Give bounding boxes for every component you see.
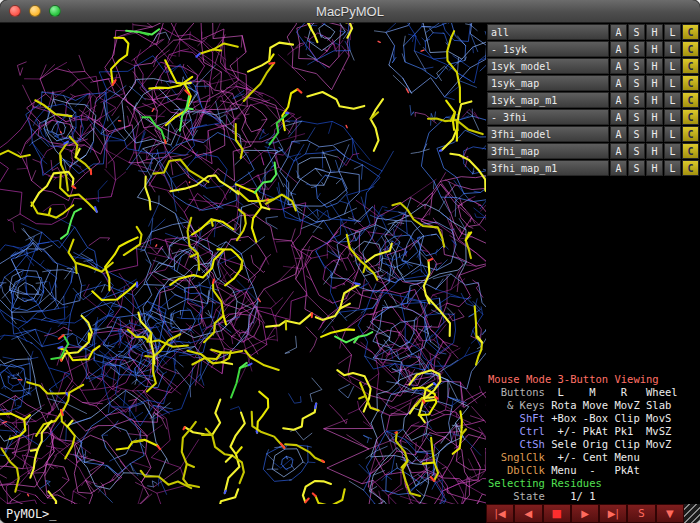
rewind-start-button[interactable]: |◀ xyxy=(486,504,514,523)
object-action-c-button[interactable]: C xyxy=(682,41,699,57)
object-action-l-button[interactable]: L xyxy=(664,58,681,74)
object-action-a-button[interactable]: A xyxy=(610,92,627,108)
object-name-button[interactable]: 3fhi_model xyxy=(487,126,609,142)
object-row: 1syk_map_m1ASHLC xyxy=(487,92,699,108)
object-action-s-button[interactable]: S xyxy=(628,58,645,74)
object-action-l-button[interactable]: L xyxy=(664,41,681,57)
play-button[interactable]: ▶ xyxy=(571,504,599,523)
object-action-l-button[interactable]: L xyxy=(664,109,681,125)
macpymol-window: MacPyMOL PyMOL>_ allASHLC- 1sykASHLC1syk… xyxy=(0,0,700,523)
object-name-button[interactable]: - 1syk xyxy=(487,41,609,57)
command-line-input[interactable]: PyMOL>_ xyxy=(0,504,486,523)
object-action-h-button[interactable]: H xyxy=(646,160,663,176)
object-row: allASHLC xyxy=(487,24,699,40)
screen: MacPyMOL PyMOL>_ allASHLC- 1sykASHLC1syk… xyxy=(0,0,700,523)
object-action-h-button[interactable]: H xyxy=(646,126,663,142)
object-action-s-button[interactable]: S xyxy=(628,160,645,176)
object-action-c-button[interactable]: C xyxy=(682,58,699,74)
scene-button[interactable]: S xyxy=(627,504,655,523)
object-action-c-button[interactable]: C xyxy=(682,75,699,91)
object-action-h-button[interactable]: H xyxy=(646,58,663,74)
object-name-button[interactable]: 1syk_map xyxy=(487,75,609,91)
mouse-panel-line: SnglClk +/- Cent Menu xyxy=(488,451,698,464)
content: PyMOL>_ allASHLC- 1sykASHLC1syk_modelASH… xyxy=(0,23,700,523)
object-action-l-button[interactable]: L xyxy=(664,92,681,108)
object-action-a-button[interactable]: A xyxy=(610,58,627,74)
object-action-s-button[interactable]: S xyxy=(628,92,645,108)
right-panel: allASHLC- 1sykASHLC1syk_modelASHLC1syk_m… xyxy=(486,23,700,523)
object-action-c-button[interactable]: C xyxy=(682,24,699,40)
object-name-button[interactable]: all xyxy=(487,24,609,40)
object-action-a-button[interactable]: A xyxy=(610,126,627,142)
object-action-l-button[interactable]: L xyxy=(664,24,681,40)
object-action-h-button[interactable]: H xyxy=(646,41,663,57)
mouse-panel-line: Ctrl +/- PkAt Pk1 MvSZ xyxy=(488,425,698,438)
object-row: 1syk_mapASHLC xyxy=(487,75,699,91)
object-name-button[interactable]: 3fhi_map xyxy=(487,143,609,159)
mouse-panel-line: DblClk Menu - PkAt xyxy=(488,464,698,477)
object-action-s-button[interactable]: S xyxy=(628,75,645,91)
object-row: - 1sykASHLC xyxy=(487,41,699,57)
object-action-s-button[interactable]: S xyxy=(628,143,645,159)
mouse-panel-line: Selecting Residues xyxy=(488,477,698,490)
object-action-l-button[interactable]: L xyxy=(664,75,681,91)
object-action-h-button[interactable]: H xyxy=(646,143,663,159)
object-action-a-button[interactable]: A xyxy=(610,109,627,125)
stop-button[interactable]: ■ xyxy=(543,504,571,523)
object-action-s-button[interactable]: S xyxy=(628,24,645,40)
resize-grip[interactable] xyxy=(684,504,700,523)
object-action-a-button[interactable]: A xyxy=(610,24,627,40)
mouse-panel-line: CtSh Sele Orig Clip MovZ xyxy=(488,438,698,451)
density-mesh-rendering xyxy=(0,23,486,504)
fast-forward-end-button[interactable]: ▶| xyxy=(599,504,627,523)
object-action-a-button[interactable]: A xyxy=(610,75,627,91)
object-row: 1syk_modelASHLC xyxy=(487,58,699,74)
object-action-a-button[interactable]: A xyxy=(610,160,627,176)
object-panel-rows: allASHLC- 1sykASHLC1syk_modelASHLC1syk_m… xyxy=(486,23,700,177)
mouse-panel-line: Mouse Mode 3-Button Viewing xyxy=(488,373,698,386)
object-name-button[interactable]: 1syk_model xyxy=(487,58,609,74)
object-action-h-button[interactable]: H xyxy=(646,92,663,108)
object-action-h-button[interactable]: H xyxy=(646,109,663,125)
menu-dropdown-button[interactable]: ▼ xyxy=(656,504,684,523)
object-action-c-button[interactable]: C xyxy=(682,143,699,159)
mouse-panel: Mouse Mode 3-Button Viewing Buttons L M … xyxy=(486,371,700,504)
molecular-viewport[interactable] xyxy=(0,23,486,504)
object-name-button[interactable]: - 3fhi xyxy=(487,109,609,125)
object-row: 3fhi_mapASHLC xyxy=(487,143,699,159)
mouse-panel-line: State 1/ 1 xyxy=(488,490,698,503)
object-action-c-button[interactable]: C xyxy=(682,92,699,108)
object-name-button[interactable]: 3fhi_map_m1 xyxy=(487,160,609,176)
movie-controls: |◀◀■▶▶|S▼ xyxy=(486,504,700,523)
object-action-l-button[interactable]: L xyxy=(664,126,681,142)
object-action-a-button[interactable]: A xyxy=(610,41,627,57)
object-row: 3fhi_map_m1ASHLC xyxy=(487,160,699,176)
object-action-a-button[interactable]: A xyxy=(610,143,627,159)
object-action-h-button[interactable]: H xyxy=(646,24,663,40)
panel-spacer xyxy=(486,177,700,371)
object-action-c-button[interactable]: C xyxy=(682,126,699,142)
step-back-button[interactable]: ◀ xyxy=(514,504,542,523)
object-action-c-button[interactable]: C xyxy=(682,109,699,125)
object-action-h-button[interactable]: H xyxy=(646,75,663,91)
left-column: PyMOL>_ xyxy=(0,23,486,523)
object-action-l-button[interactable]: L xyxy=(664,160,681,176)
mouse-panel-line: Buttons L M R Wheel xyxy=(488,386,698,399)
window-title: MacPyMOL xyxy=(0,0,700,22)
object-action-s-button[interactable]: S xyxy=(628,109,645,125)
mouse-panel-line: & Keys Rota Move MovZ Slab xyxy=(488,399,698,412)
object-row: - 3fhiASHLC xyxy=(487,109,699,125)
object-action-c-button[interactable]: C xyxy=(682,160,699,176)
object-action-l-button[interactable]: L xyxy=(664,143,681,159)
object-action-s-button[interactable]: S xyxy=(628,41,645,57)
object-name-button[interactable]: 1syk_map_m1 xyxy=(487,92,609,108)
command-prompt: PyMOL> xyxy=(6,507,49,521)
object-row: 3fhi_modelASHLC xyxy=(487,126,699,142)
command-cursor: _ xyxy=(49,507,56,521)
mouse-panel-line: ShFt +Box -Box Clip MovS xyxy=(488,412,698,425)
object-action-s-button[interactable]: S xyxy=(628,126,645,142)
title-bar[interactable]: MacPyMOL xyxy=(0,0,700,23)
